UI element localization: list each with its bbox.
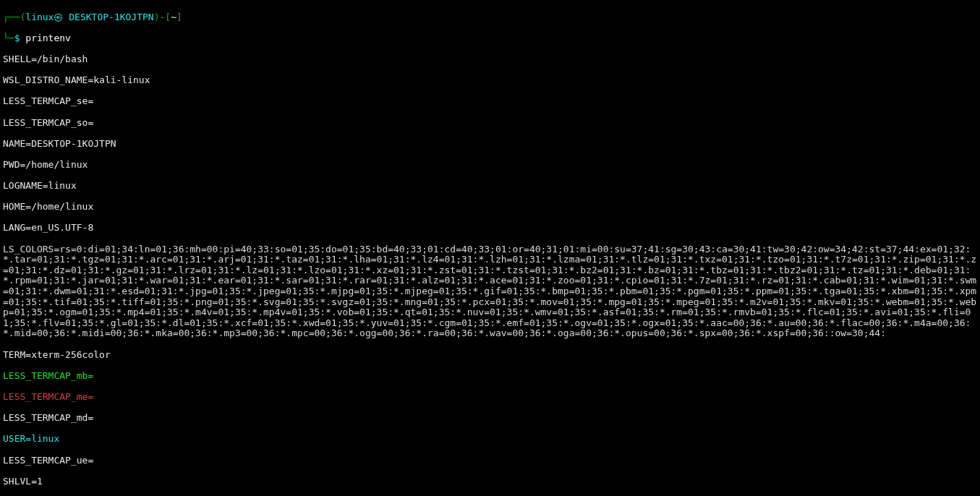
prompt-corner-bot: └─ xyxy=(3,33,14,43)
env-less-md: LESS_TERMCAP_md= xyxy=(3,413,977,424)
prompt-corner-top: ┌── xyxy=(3,12,20,22)
command-text: printenv xyxy=(25,33,71,43)
prompt-bracket-close: ] xyxy=(176,12,182,22)
env-less-ue: LESS_TERMCAP_ue= xyxy=(3,456,977,466)
env-shell: SHELL=/bin/bash xyxy=(3,54,977,65)
prompt-paren-close: )-[ xyxy=(154,12,171,22)
env-wsl-distro: WSL_DISTRO_NAME=kali-linux xyxy=(3,75,977,86)
env-less-se: LESS_TERMCAP_se= xyxy=(3,96,977,107)
env-lang: LANG=en_US.UTF-8 xyxy=(3,223,977,234)
env-term: TERM=xterm-256color xyxy=(3,350,977,361)
terminal-output[interactable]: ┌──(linux㉿ DESKTOP-1KOJTPN)-[~] └─$ prin… xyxy=(0,0,980,496)
env-user: USER=linux xyxy=(3,434,977,445)
env-logname: LOGNAME=linux xyxy=(3,181,977,192)
prompt-cwd: ~ xyxy=(171,12,176,22)
prompt-user-host: linux㉿ DESKTOP-1KOJTPN xyxy=(25,12,153,22)
prompt-line-1: ┌──(linux㉿ DESKTOP-1KOJTPN)-[~] xyxy=(3,12,977,23)
prompt-sigil: $ xyxy=(14,33,26,43)
env-home: HOME=/home/linux xyxy=(3,202,977,213)
env-shlvl: SHLVL=1 xyxy=(3,476,977,487)
env-less-mb: LESS_TERMCAP_mb= xyxy=(3,371,977,382)
env-pwd: PWD=/home/linux xyxy=(3,160,977,171)
prompt-line-2: └─$ printenv xyxy=(3,33,977,44)
env-name: NAME=DESKTOP-1KOJTPN xyxy=(3,139,977,150)
env-ls-colors: LS_COLORS=rs=0:di=01;34:ln=01;36:mh=00:p… xyxy=(3,244,977,339)
env-less-so: LESS_TERMCAP_so= xyxy=(3,118,977,129)
env-less-me: LESS_TERMCAP_me= xyxy=(3,392,977,403)
